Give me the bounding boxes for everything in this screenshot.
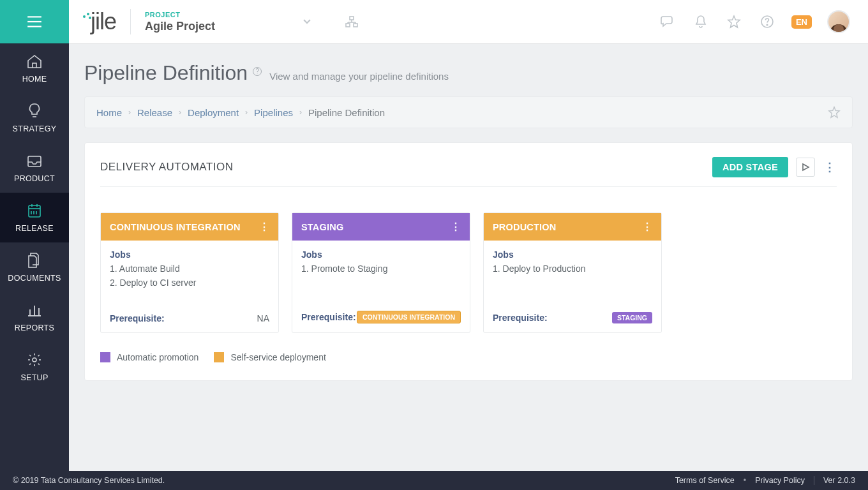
divider [814, 476, 814, 485]
breadcrumb-link[interactable]: Pipelines [254, 107, 293, 118]
stage-card: CONTINUOUS INTEGRATION⋮Jobs1. Automate B… [100, 212, 279, 333]
sidebar-item-reports[interactable]: REPORTS [0, 292, 69, 342]
sidebar-item-label: HOME [22, 75, 47, 84]
footer: © 2019 Tata Consultancy Services Limited… [0, 471, 868, 490]
avatar[interactable] [827, 10, 850, 33]
legend-label: Self-service deployment [230, 352, 326, 362]
stage-card: PRODUCTION⋮Jobs1. Deploy to ProductionPr… [483, 212, 662, 333]
sidebar-item-documents[interactable]: DOCUMENTS [0, 242, 69, 292]
sidebar-item-label: SETUP [20, 373, 48, 382]
avatar-img [834, 24, 844, 33]
breadcrumb-current: Pipeline Definition [308, 107, 385, 118]
job-line: 2. Deploy to CI server [110, 278, 269, 288]
footer-right: Terms of Service • Privacy Policy Ver 2.… [675, 476, 855, 485]
kebab-icon[interactable]: ⋮ [451, 221, 461, 233]
svg-marker-26 [829, 107, 839, 117]
sidebar-item-label: RELEASE [15, 224, 54, 233]
top-bar-right: EN [659, 10, 868, 33]
automation-panel: DELIVERY AUTOMATION ADD STAGE ⋮ CONTINUO… [84, 142, 853, 381]
legend-label: Automatic promotion [117, 352, 198, 362]
bell-icon[interactable] [692, 13, 710, 31]
legend-swatch-icon [214, 352, 224, 362]
chat-icon[interactable] [659, 13, 677, 31]
page-subtitle: View and manage your pipeline definition… [269, 71, 449, 82]
logo[interactable]: jile [83, 8, 116, 35]
chevron-down-icon[interactable] [298, 13, 316, 31]
top-bar: jile PROJECT Agile Project EN [0, 0, 868, 43]
run-button[interactable] [796, 158, 815, 177]
legend-swatch-icon [100, 352, 110, 362]
stage-footer: Prerequisite:STAGING [484, 306, 661, 332]
breadcrumb-link[interactable]: Deployment [188, 107, 239, 118]
add-stage-button[interactable]: ADD STAGE [712, 157, 788, 177]
logo-dots-icon [83, 13, 89, 30]
breadcrumb-link[interactable]: Release [137, 107, 172, 118]
legend-item: Automatic promotion [100, 352, 198, 362]
svg-rect-14 [29, 205, 40, 217]
prerequisite-pill: CONTINUOUS INTEGRATION [357, 311, 461, 323]
svg-point-25 [33, 358, 36, 362]
job-line: 1. Deploy to Production [493, 264, 652, 274]
panel-header: DELIVERY AUTOMATION ADD STAGE ⋮ [100, 157, 837, 187]
sidebar-item-product[interactable]: PRODUCT [0, 143, 69, 193]
prerequisite-value: NA [257, 313, 269, 323]
svg-marker-27 [803, 164, 809, 170]
legend-item: Self-service deployment [214, 352, 326, 362]
stage-header: CONTINUOUS INTEGRATION⋮ [101, 213, 278, 241]
sidebar-item-setup[interactable]: SETUP [0, 342, 69, 392]
breadcrumb-link[interactable]: Home [96, 107, 122, 118]
page-title: Pipeline Definition [84, 61, 248, 85]
hierarchy-icon[interactable] [343, 13, 361, 31]
prerequisite-label: Prerequisite: [110, 313, 165, 323]
kebab-icon[interactable]: ⋮ [259, 221, 269, 233]
stage-card: STAGING⋮Jobs1. Promote to StagingPrerequ… [292, 212, 470, 333]
stage-name: PRODUCTION [493, 222, 556, 232]
sidebar-item-label: PRODUCT [14, 174, 55, 183]
stage-name: STAGING [301, 222, 343, 232]
jobs-label: Jobs [301, 249, 461, 260]
kebab-icon[interactable]: ⋮ [642, 221, 652, 233]
sidebar-item-label: STRATEGY [13, 124, 57, 133]
panel-actions: ADD STAGE ⋮ [712, 157, 837, 177]
main-content: Pipeline Definition ? View and manage yo… [69, 43, 868, 471]
stage-body: Jobs1. Deploy to Production [484, 241, 661, 306]
sidebar-item-home[interactable]: HOME [0, 43, 69, 93]
chevron-right-icon: › [299, 108, 302, 117]
help-icon[interactable] [758, 13, 776, 31]
job-line: 1. Promote to Staging [301, 264, 461, 274]
sidebar-item-strategy[interactable]: STRATEGY [0, 93, 69, 143]
stage-footer: Prerequisite:NA [101, 307, 278, 332]
prerequisite-label: Prerequisite: [301, 312, 356, 322]
help-circle-icon[interactable]: ? [253, 67, 262, 76]
calendar-icon [26, 202, 43, 219]
chevron-right-icon: › [179, 108, 181, 117]
sidebar-item-release[interactable]: RELEASE [0, 193, 69, 242]
kebab-icon[interactable]: ⋮ [823, 160, 837, 174]
dot-icon: • [744, 476, 746, 485]
hamburger-icon [26, 15, 43, 29]
svg-marker-10 [728, 16, 740, 27]
jobs-label: Jobs [493, 249, 652, 260]
svg-point-12 [767, 24, 768, 26]
page-header: Pipeline Definition ? View and manage yo… [84, 61, 853, 85]
language-selector[interactable]: EN [791, 15, 812, 29]
breadcrumb: Home › Release › Deployment › Pipelines … [84, 96, 853, 128]
job-line: 1. Automate Build [110, 264, 269, 274]
star-icon[interactable] [725, 13, 743, 31]
stage-body: Jobs1. Automate Build2. Deploy to CI ser… [101, 241, 278, 307]
divider [130, 9, 131, 34]
footer-privacy-link[interactable]: Privacy Policy [755, 476, 805, 485]
hamburger-button[interactable] [0, 0, 69, 43]
chevron-right-icon: › [245, 108, 248, 117]
footer-tos-link[interactable]: Terms of Service [675, 476, 735, 485]
stage-body: Jobs1. Promote to Staging [292, 241, 470, 304]
star-icon[interactable] [828, 106, 841, 119]
home-icon [26, 53, 43, 70]
stage-name: CONTINUOUS INTEGRATION [110, 222, 241, 232]
gear-icon [26, 352, 43, 368]
project-selector[interactable]: PROJECT Agile Project [145, 11, 215, 33]
footer-version: Ver 2.0.3 [823, 476, 855, 485]
panel-title: DELIVERY AUTOMATION [100, 161, 234, 174]
svg-rect-3 [350, 17, 354, 20]
legend: Automatic promotion Self-service deploym… [100, 352, 837, 362]
